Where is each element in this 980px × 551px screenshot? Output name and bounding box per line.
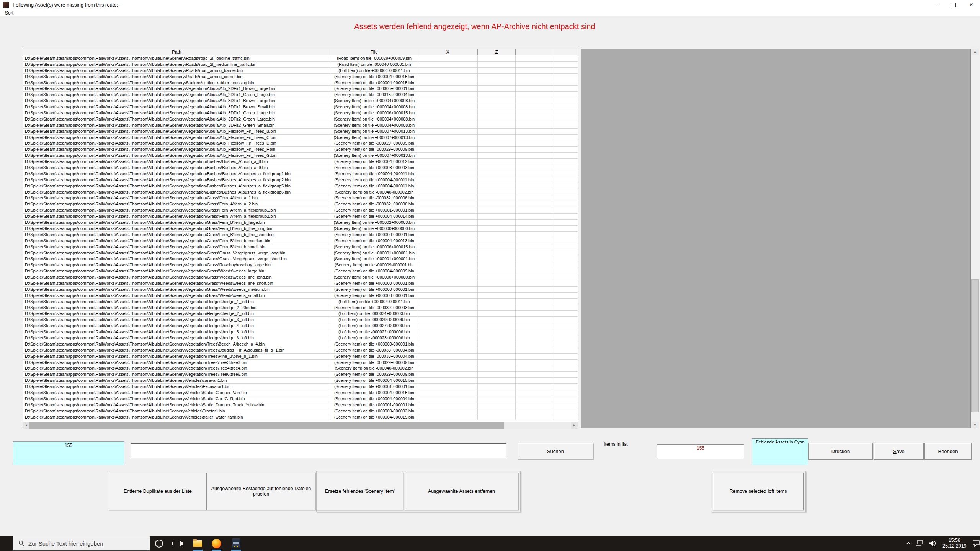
cell-empty[interactable] (418, 293, 478, 299)
table-row[interactable]: D:\Spiele\Steam\steamapps\common\RailWor… (23, 122, 578, 129)
cell-empty[interactable] (554, 238, 578, 244)
cell-empty[interactable] (418, 287, 478, 293)
table-row[interactable]: D:\Spiele\Steam\steamapps\common\RailWor… (23, 135, 578, 141)
cell-empty[interactable] (478, 147, 516, 153)
table-row[interactable]: D:\Spiele\Steam\steamapps\common\RailWor… (23, 335, 578, 341)
cell-empty[interactable] (418, 390, 478, 396)
cell-empty[interactable] (418, 68, 478, 74)
cell-empty[interactable] (554, 129, 578, 135)
cell-empty[interactable] (554, 384, 578, 390)
table-row[interactable]: D:\Spiele\Steam\steamapps\common\RailWor… (23, 354, 578, 360)
table-row[interactable]: D:\Spiele\Steam\steamapps\common\RailWor… (23, 329, 578, 335)
cell-empty[interactable] (516, 104, 554, 110)
table-row[interactable]: D:\Spiele\Steam\steamapps\common\RailWor… (23, 299, 578, 305)
cell-empty[interactable] (516, 347, 554, 354)
table-row[interactable]: D:\Spiele\Steam\steamapps\common\RailWor… (23, 311, 578, 317)
cell-empty[interactable] (478, 207, 516, 214)
check-selected-assets-button[interactable]: Ausgewaehlte Bestaende auf fehlende Date… (207, 473, 315, 510)
cell-empty[interactable] (516, 232, 554, 238)
table-row[interactable]: D:\Spiele\Steam\steamapps\common\RailWor… (23, 86, 578, 92)
cell-path[interactable]: D:\Spiele\Steam\steamapps\common\RailWor… (23, 147, 330, 153)
cell-empty[interactable] (554, 390, 578, 396)
firefox-button[interactable] (208, 536, 225, 551)
cell-path[interactable]: D:\Spiele\Steam\steamapps\common\RailWor… (23, 135, 330, 141)
table-row[interactable]: D:\Spiele\Steam\steamapps\common\RailWor… (23, 171, 578, 177)
cell-empty[interactable] (554, 323, 578, 329)
cell-tile[interactable]: (Scenery Item) on tile +000004-000015.bi… (330, 414, 418, 421)
cell-empty[interactable] (418, 165, 478, 171)
cell-empty[interactable] (418, 311, 478, 317)
column-header-path[interactable]: Path (23, 49, 330, 55)
cell-empty[interactable] (516, 378, 554, 384)
cell-tile[interactable]: (Scenery Item) on tile +000004-000012.bi… (330, 159, 418, 165)
cell-tile[interactable]: (Scenery Item) on tile -000015+000004.bi… (330, 92, 418, 98)
cell-empty[interactable] (516, 414, 554, 421)
table-row[interactable]: D:\Spiele\Steam\steamapps\common\RailWor… (23, 147, 578, 153)
table-row[interactable]: D:\Spiele\Steam\steamapps\common\RailWor… (23, 256, 578, 262)
cell-empty[interactable] (478, 244, 516, 250)
cell-empty[interactable] (478, 159, 516, 165)
table-row[interactable]: D:\Spiele\Steam\steamapps\common\RailWor… (23, 414, 578, 421)
cell-path[interactable]: D:\Spiele\Steam\steamapps\common\RailWor… (23, 159, 330, 165)
cell-path[interactable]: D:\Spiele\Steam\steamapps\common\RailWor… (23, 122, 330, 129)
cell-empty[interactable] (418, 408, 478, 414)
cell-empty[interactable] (478, 92, 516, 98)
cell-empty[interactable] (478, 365, 516, 372)
table-row[interactable]: D:\Spiele\Steam\steamapps\common\RailWor… (23, 323, 578, 329)
cell-empty[interactable] (478, 122, 516, 129)
cell-empty[interactable] (418, 378, 478, 384)
cell-tile[interactable]: (Scenery Item) on tile +000004-000011.bi… (330, 183, 418, 189)
cell-empty[interactable] (516, 147, 554, 153)
cell-path[interactable]: D:\Spiele\Steam\steamapps\common\RailWor… (23, 129, 330, 135)
cell-empty[interactable] (418, 207, 478, 214)
cell-empty[interactable] (516, 122, 554, 129)
cell-empty[interactable] (418, 98, 478, 104)
cell-empty[interactable] (478, 165, 516, 171)
cell-tile[interactable]: (Loft Item) on tile -000022+000006.bin (330, 329, 418, 335)
remove-duplicates-button[interactable]: Entferne Duplikate aus der Liste (109, 473, 207, 510)
cell-empty[interactable] (516, 177, 554, 183)
cell-empty[interactable] (554, 55, 578, 62)
table-row[interactable]: D:\Spiele\Steam\steamapps\common\RailWor… (23, 220, 578, 226)
scroll-right-arrow-icon[interactable]: ► (571, 422, 578, 429)
cell-path[interactable]: D:\Spiele\Steam\steamapps\common\RailWor… (23, 268, 330, 274)
cell-path[interactable]: D:\Spiele\Steam\steamapps\common\RailWor… (23, 195, 330, 201)
cell-empty[interactable] (418, 135, 478, 141)
cell-empty[interactable] (516, 238, 554, 244)
cell-empty[interactable] (478, 372, 516, 378)
table-row[interactable]: D:\Spiele\Steam\steamapps\common\RailWor… (23, 402, 578, 408)
file-explorer-button[interactable] (189, 536, 206, 551)
cell-empty[interactable] (478, 110, 516, 116)
cell-tile[interactable]: (Scenery Item) on tile +000006+000015.bi… (330, 244, 418, 250)
cell-tile[interactable]: (Scenery Item) on tile +000007+000013.bi… (330, 129, 418, 135)
cell-empty[interactable] (478, 384, 516, 390)
cell-path[interactable]: D:\Spiele\Steam\steamapps\common\RailWor… (23, 201, 330, 207)
cell-tile[interactable]: (Scenery Item) on tile -000029+000009.bi… (330, 140, 418, 147)
column-header-z[interactable]: Z (478, 49, 516, 55)
task-view-button[interactable] (169, 536, 186, 551)
cell-empty[interactable] (554, 274, 578, 280)
cell-path[interactable]: D:\Spiele\Steam\steamapps\common\RailWor… (23, 62, 330, 68)
table-row[interactable]: D:\Spiele\Steam\steamapps\common\RailWor… (23, 165, 578, 171)
cell-tile[interactable]: (Loft Item) on tile -000034+000003.bin (330, 311, 418, 317)
cell-empty[interactable] (478, 311, 516, 317)
cell-empty[interactable] (554, 171, 578, 177)
cell-empty[interactable] (554, 122, 578, 129)
cell-tile[interactable]: (Scenery Item) on tile +000000-000001.bi… (330, 232, 418, 238)
table-row[interactable]: D:\Spiele\Steam\steamapps\common\RailWor… (23, 201, 578, 207)
cell-empty[interactable] (516, 360, 554, 366)
menu-item-sort[interactable]: Sort (3, 10, 15, 16)
network-button[interactable] (916, 540, 924, 547)
cell-empty[interactable] (478, 74, 516, 80)
cell-empty[interactable] (418, 329, 478, 335)
cell-empty[interactable] (418, 214, 478, 220)
cell-path[interactable]: D:\Spiele\Steam\steamapps\common\RailWor… (23, 402, 330, 408)
cell-empty[interactable] (554, 280, 578, 287)
cell-empty[interactable] (418, 147, 478, 153)
cell-tile[interactable]: (Scenery Item) on tile -000009-000001.bi… (330, 262, 418, 268)
cell-empty[interactable] (554, 104, 578, 110)
scroll-left-arrow-icon[interactable]: ◄ (23, 422, 29, 429)
cell-tile[interactable]: (Scenery Item) on tile +000006+000015.bi… (330, 110, 418, 116)
cell-empty[interactable] (554, 317, 578, 323)
cell-empty[interactable] (516, 226, 554, 232)
